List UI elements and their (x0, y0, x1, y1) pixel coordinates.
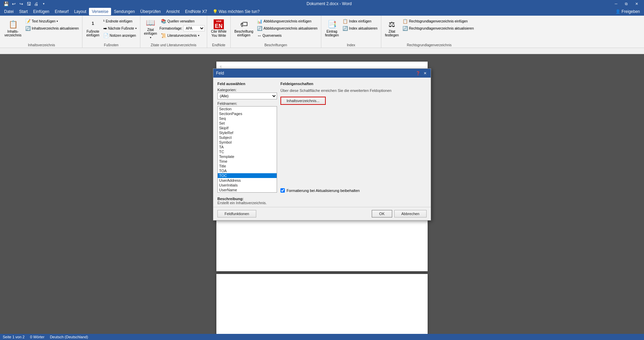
menu-entwurf[interactable]: Entwurf (52, 8, 72, 15)
print-qat-btn[interactable]: 🖨 (33, 0, 40, 7)
desc-section: Beschreibung: Erstellt ein Inhaltsverzei… (213, 197, 431, 207)
kategorien-select[interactable]: (Alle) (217, 93, 277, 99)
index-aktualisieren-btn[interactable]: 🔄 Index aktualisieren (341, 25, 379, 32)
inhaltsverzeichnis-properties-btn[interactable]: Inhaltsverzeichnis... (280, 97, 326, 105)
undo-qat-btn[interactable]: ↩ (10, 0, 17, 7)
querverweis-btn[interactable]: ↔ Querverweis (256, 32, 319, 39)
eintrag-festlegen-btn[interactable]: 📑 Eintragfestlegen (323, 17, 341, 40)
kategorien-section: Kategorien: (Alle) (217, 88, 277, 99)
format-preserve-checkbox[interactable] (280, 188, 285, 193)
menu-bar: Datei Start Einfügen Entwurf Layout Verw… (0, 7, 644, 16)
print-preview-qat-btn[interactable]: 🖫 (25, 0, 32, 7)
quellen-verwalten-btn[interactable]: 📚 Quellen verwalten (159, 18, 205, 25)
dialog-close-btn[interactable]: ✕ (422, 70, 428, 76)
format-preserve-label: Formatierung bei Aktualisierung beibehal… (287, 189, 360, 193)
field-item-section[interactable]: Section (218, 107, 277, 111)
field-item-subject[interactable]: Subject (218, 135, 277, 140)
cite-while-you-write-btn[interactable]: use EN Cite WhileYou Write (209, 17, 228, 40)
field-item-tc[interactable]: TC (218, 149, 277, 154)
window-title: Dokument 2.docx - Word (47, 1, 611, 6)
dialog-title-bar: Feld ❓ ✕ (213, 69, 431, 78)
abbildungsverzeichnis-einfuegen-btn[interactable]: 📊 Abbildungsverzeichnis einfügen (256, 18, 319, 25)
menu-endnote[interactable]: EndNote X7 (182, 8, 210, 15)
feld-auswaehlen-label: Feld auswählen (217, 82, 277, 86)
restore-btn[interactable]: ⧉ (622, 1, 631, 7)
abbildungsverzeichnis-aktualisieren-btn[interactable]: 🔄 Abbildungsverzeichnis aktualisieren (256, 25, 319, 32)
menu-layout[interactable]: Layout (71, 8, 89, 15)
dialog-help-btn[interactable]: ❓ (415, 70, 421, 76)
literatur-icon: 📜 (161, 33, 166, 38)
rechts-einfuegen-icon: 📋 (402, 19, 408, 24)
abbrechen-btn[interactable]: Abbrechen (394, 210, 427, 217)
beschriftungen-group-label: Beschriftungen (264, 43, 287, 48)
inhaltsverzeichnis-group-label: Inhaltsverzeichnis (28, 43, 55, 48)
inhaltsverzeichnis-btn[interactable]: 📋 Inhalts-verzeichnis (3, 17, 23, 40)
field-item-userinitials[interactable]: UserInitials (218, 183, 277, 188)
text-hinfuegen-btn[interactable]: 📝 Text hinzufügen ▾ (24, 18, 80, 25)
rechts-aktualisieren-label: Rechtsgrundlagenverzeichnis aktualisiere… (409, 27, 474, 30)
ok-btn[interactable]: OK (372, 210, 392, 217)
dialog-body: Feld auswählen Kategorien: (Alle) Feldna… (213, 78, 431, 197)
literaturverzeichnis-btn[interactable]: 📜 Literaturverzeichnis ▾ (159, 32, 205, 39)
fussnote-einfuegen-btn[interactable]: ¹ Fußnoteeinfügen (85, 17, 101, 40)
doc-page-4[interactable] (216, 274, 428, 334)
notizen-anzeigen-btn[interactable]: 📄 Notizen anzeigen (102, 32, 138, 39)
menu-start[interactable]: Start (16, 8, 30, 15)
save-qat-btn[interactable]: 💾 (3, 0, 10, 7)
fussnote-label: Fußnoteeinfügen (86, 30, 99, 37)
field-item-styleref[interactable]: StyleRef (218, 130, 277, 135)
eintrag-label: Eintragfestlegen (325, 30, 339, 37)
menu-sendungen[interactable]: Sendungen (111, 8, 137, 15)
kategorien-row: (Alle) (217, 93, 277, 99)
field-item-skipif[interactable]: SkipIf (218, 126, 277, 130)
zitat-festlegen-btn[interactable]: ⚖ Zitatfestlegen (383, 17, 401, 40)
feldeigenschaften-title: Feldeigenschaften (280, 82, 427, 86)
share-btn[interactable]: 👤 Freigeben (613, 8, 643, 15)
cite-while-label: Cite WhileYou Write (211, 30, 227, 38)
menu-help[interactable]: 💡 Was möchten Sie tun? (210, 8, 262, 15)
field-item-seq[interactable]: Seq (218, 116, 277, 121)
menu-einfuegen[interactable]: Einfügen (30, 8, 52, 15)
ribbon-group-rechtsgrundlagen-content: ⚖ Zitatfestlegen 📋 Rechtsgrundlagenverze… (383, 17, 475, 43)
ribbon-group-fussnoten-content: ¹ Fußnoteeinfügen ¹ Endnote einfügen ➡ N… (85, 17, 138, 43)
field-item-username[interactable]: UserName (218, 188, 277, 192)
zitat-festlegen-label: Zitatfestlegen (385, 30, 399, 37)
field-item-toa[interactable]: TOA (218, 168, 277, 173)
menu-ueberpruefen[interactable]: Überprüfen (138, 8, 164, 15)
field-item-set[interactable]: Set (218, 121, 277, 126)
field-item-title[interactable]: Title (218, 164, 277, 168)
field-item-useraddress[interactable]: UserAddress (218, 178, 277, 183)
zitat-einfuegen-btn[interactable]: 📖 Zitateinfügen ▾ (142, 17, 159, 40)
index-einfuegen-btn[interactable]: 📋 Index einfügen (341, 18, 379, 25)
menu-ansicht[interactable]: Ansicht (164, 8, 182, 15)
close-btn[interactable]: ✕ (632, 1, 641, 7)
menu-datei[interactable]: Datei (1, 8, 16, 15)
inhaltsverzeichnis-aktualisieren-btn[interactable]: 🔄 Inhaltsverzeichnis aktualisieren (24, 25, 80, 32)
field-item-toc[interactable]: TOC (218, 173, 277, 178)
zitat-icon: 📖 (146, 18, 155, 27)
field-item-symbol[interactable]: Symbol (218, 140, 277, 145)
naechste-fussnote-btn[interactable]: ➡ Nächste Fußnote ▾ (102, 25, 138, 32)
kategorien-label: Kategorien: (217, 88, 277, 92)
redo-qat-btn[interactable]: ↪ (18, 0, 25, 7)
minimize-btn[interactable]: ─ (611, 1, 621, 7)
right-spacer (280, 108, 427, 183)
field-item-ta[interactable]: TA (218, 145, 277, 149)
dialog-controls: ❓ ✕ (415, 70, 428, 76)
endnote-einfuegen-btn[interactable]: ¹ Endnote einfügen (102, 18, 138, 25)
menu-verweise[interactable]: Verweise (89, 8, 111, 15)
field-item-sectionpages[interactable]: SectionPages (218, 111, 277, 116)
rechtsgrundlagen-aktualisieren-btn[interactable]: 🔄 Rechtsgrundlagenverzeichnis aktualisie… (401, 25, 475, 32)
field-item-time[interactable]: Time (218, 159, 277, 164)
index-col: 📋 Index einfügen 🔄 Index aktualisieren (341, 17, 379, 32)
querverweis-icon: ↔ (257, 33, 261, 38)
customize-qat-btn[interactable]: ▾ (40, 0, 47, 7)
beschriftung-einfuegen-btn[interactable]: 🏷 Beschriftungeinfügen (233, 17, 255, 40)
rechtsgrundlagen-einfuegen-btn[interactable]: 📋 Rechtsgrundlagenverzeichnis einfügen (401, 18, 475, 25)
formatvorlage-select[interactable]: APA MLA Chicago (183, 25, 205, 31)
field-item-template[interactable]: Template (218, 154, 277, 159)
status-lang: Deutsch (Deutschland) (50, 335, 88, 339)
zitat-label: Zitateinfügen (144, 28, 157, 35)
feldnamen-section: Feldnamen: Section SectionPages Seq Set … (217, 101, 277, 193)
feldfunktionen-btn[interactable]: Feldfunktionen (217, 210, 256, 217)
